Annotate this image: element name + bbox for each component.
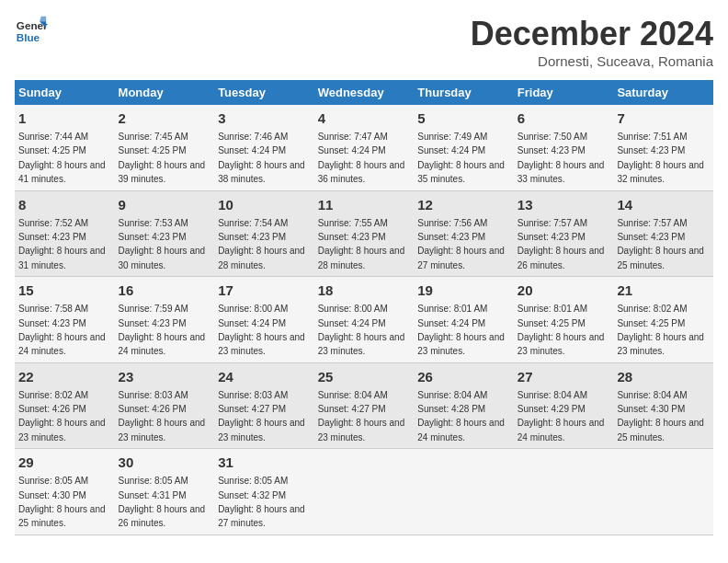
weekday-header-monday: Monday [115, 80, 215, 105]
weekday-header-sunday: Sunday [15, 80, 115, 105]
calendar-cell: 22 Sunrise: 8:02 AMSunset: 4:26 PMDaylig… [15, 362, 115, 449]
calendar-cell: 15 Sunrise: 7:58 AMSunset: 4:23 PMDaylig… [15, 277, 115, 363]
day-number: 13 [518, 195, 610, 214]
day-number: 7 [617, 109, 710, 128]
calendar-cell: 3 Sunrise: 7:46 AMSunset: 4:24 PMDayligh… [214, 105, 314, 190]
calendar-cell: 20 Sunrise: 8:01 AMSunset: 4:25 PMDaylig… [514, 277, 614, 363]
calendar-cell: 8 Sunrise: 7:52 AMSunset: 4:23 PMDayligh… [15, 190, 115, 277]
day-info: Sunrise: 8:03 AMSunset: 4:27 PMDaylight:… [218, 390, 305, 442]
calendar-cell: 29 Sunrise: 8:05 AMSunset: 4:30 PMDaylig… [15, 449, 115, 535]
day-info: Sunrise: 7:51 AMSunset: 4:23 PMDaylight:… [617, 132, 704, 184]
day-info: Sunrise: 8:04 AMSunset: 4:29 PMDaylight:… [518, 390, 605, 442]
day-info: Sunrise: 7:57 AMSunset: 4:23 PMDaylight:… [518, 218, 605, 270]
weekday-header-wednesday: Wednesday [314, 80, 415, 105]
day-number: 8 [18, 195, 111, 214]
calendar-cell: 19 Sunrise: 8:01 AMSunset: 4:24 PMDaylig… [414, 277, 514, 363]
day-info: Sunrise: 8:03 AMSunset: 4:26 PMDaylight:… [119, 390, 206, 442]
week-row-3: 15 Sunrise: 7:58 AMSunset: 4:23 PMDaylig… [15, 277, 713, 363]
day-number: 6 [518, 109, 610, 128]
day-number: 28 [617, 367, 710, 386]
day-number: 3 [218, 109, 311, 128]
calendar-cell: 1 Sunrise: 7:44 AMSunset: 4:25 PMDayligh… [15, 105, 115, 190]
day-info: Sunrise: 7:50 AMSunset: 4:23 PMDaylight:… [518, 132, 605, 184]
calendar-cell: 5 Sunrise: 7:49 AMSunset: 4:24 PMDayligh… [414, 105, 514, 190]
day-number: 12 [417, 195, 510, 214]
calendar-cell: 18 Sunrise: 8:00 AMSunset: 4:24 PMDaylig… [314, 277, 415, 363]
day-number: 23 [119, 367, 211, 386]
day-number: 31 [218, 453, 311, 472]
day-info: Sunrise: 7:44 AMSunset: 4:25 PMDaylight:… [18, 132, 106, 184]
day-number: 24 [218, 367, 311, 386]
logo: General Blue [15, 15, 48, 48]
calendar-cell: 13 Sunrise: 7:57 AMSunset: 4:23 PMDaylig… [514, 190, 614, 277]
day-number: 16 [119, 281, 211, 300]
week-row-2: 8 Sunrise: 7:52 AMSunset: 4:23 PMDayligh… [15, 190, 713, 277]
day-info: Sunrise: 8:01 AMSunset: 4:24 PMDaylight:… [417, 304, 505, 356]
day-info: Sunrise: 7:52 AMSunset: 4:23 PMDaylight:… [18, 218, 106, 270]
week-row-4: 22 Sunrise: 8:02 AMSunset: 4:26 PMDaylig… [15, 362, 713, 449]
day-info: Sunrise: 7:58 AMSunset: 4:23 PMDaylight:… [18, 304, 106, 356]
day-info: Sunrise: 7:59 AMSunset: 4:23 PMDaylight:… [119, 304, 206, 356]
day-info: Sunrise: 7:54 AMSunset: 4:23 PMDaylight:… [218, 218, 305, 270]
calendar-cell: 17 Sunrise: 8:00 AMSunset: 4:24 PMDaylig… [214, 277, 314, 363]
logo-icon: General Blue [15, 15, 48, 48]
calendar-cell: 9 Sunrise: 7:53 AMSunset: 4:23 PMDayligh… [115, 190, 215, 277]
day-number: 26 [417, 367, 510, 386]
day-info: Sunrise: 7:53 AMSunset: 4:23 PMDaylight:… [119, 218, 206, 270]
day-number: 20 [518, 281, 610, 300]
calendar-cell: 7 Sunrise: 7:51 AMSunset: 4:23 PMDayligh… [613, 105, 713, 190]
day-number: 2 [119, 109, 211, 128]
day-number: 17 [218, 281, 311, 300]
calendar-cell: 24 Sunrise: 8:03 AMSunset: 4:27 PMDaylig… [214, 362, 314, 449]
calendar-cell: 28 Sunrise: 8:04 AMSunset: 4:30 PMDaylig… [613, 362, 713, 449]
calendar-cell [613, 449, 713, 535]
calendar-cell: 30 Sunrise: 8:05 AMSunset: 4:31 PMDaylig… [115, 449, 215, 535]
weekday-header-saturday: Saturday [613, 80, 713, 105]
calendar-cell [514, 449, 614, 535]
calendar-cell: 10 Sunrise: 7:54 AMSunset: 4:23 PMDaylig… [214, 190, 314, 277]
day-number: 11 [318, 195, 411, 214]
day-number: 22 [18, 367, 111, 386]
calendar-cell: 11 Sunrise: 7:55 AMSunset: 4:23 PMDaylig… [314, 190, 415, 277]
day-info: Sunrise: 7:46 AMSunset: 4:24 PMDaylight:… [218, 132, 305, 184]
location: Dornesti, Suceava, Romania [471, 53, 713, 69]
day-info: Sunrise: 8:05 AMSunset: 4:32 PMDaylight:… [218, 476, 305, 528]
day-info: Sunrise: 8:02 AMSunset: 4:25 PMDaylight:… [617, 304, 704, 356]
day-number: 9 [119, 195, 211, 214]
day-info: Sunrise: 7:49 AMSunset: 4:24 PMDaylight:… [417, 132, 505, 184]
calendar-cell: 4 Sunrise: 7:47 AMSunset: 4:24 PMDayligh… [314, 105, 415, 190]
calendar-cell: 21 Sunrise: 8:02 AMSunset: 4:25 PMDaylig… [613, 277, 713, 363]
calendar-cell [314, 449, 415, 535]
day-info: Sunrise: 8:02 AMSunset: 4:26 PMDaylight:… [18, 390, 106, 442]
week-row-1: 1 Sunrise: 7:44 AMSunset: 4:25 PMDayligh… [15, 105, 713, 190]
day-number: 14 [617, 195, 710, 214]
page-header: General Blue December 2024 Dornesti, Suc… [15, 15, 713, 69]
day-number: 10 [218, 195, 311, 214]
calendar-cell: 6 Sunrise: 7:50 AMSunset: 4:23 PMDayligh… [514, 105, 614, 190]
calendar-cell: 14 Sunrise: 7:57 AMSunset: 4:23 PMDaylig… [613, 190, 713, 277]
calendar-cell [414, 449, 514, 535]
month-title: December 2024 [471, 15, 713, 53]
day-info: Sunrise: 8:05 AMSunset: 4:30 PMDaylight:… [18, 476, 106, 528]
calendar-cell: 12 Sunrise: 7:56 AMSunset: 4:23 PMDaylig… [414, 190, 514, 277]
calendar-cell: 26 Sunrise: 8:04 AMSunset: 4:28 PMDaylig… [414, 362, 514, 449]
calendar-cell: 31 Sunrise: 8:05 AMSunset: 4:32 PMDaylig… [214, 449, 314, 535]
day-info: Sunrise: 7:45 AMSunset: 4:25 PMDaylight:… [119, 132, 206, 184]
day-number: 4 [318, 109, 411, 128]
day-info: Sunrise: 7:47 AMSunset: 4:24 PMDaylight:… [318, 132, 405, 184]
day-number: 15 [18, 281, 111, 300]
svg-text:Blue: Blue [17, 31, 40, 43]
calendar-cell: 27 Sunrise: 8:04 AMSunset: 4:29 PMDaylig… [514, 362, 614, 449]
day-number: 29 [18, 453, 111, 472]
weekday-header-row: SundayMondayTuesdayWednesdayThursdayFrid… [15, 80, 713, 105]
calendar-cell: 25 Sunrise: 8:04 AMSunset: 4:27 PMDaylig… [314, 362, 415, 449]
calendar-cell: 2 Sunrise: 7:45 AMSunset: 4:25 PMDayligh… [115, 105, 215, 190]
day-number: 18 [318, 281, 411, 300]
day-info: Sunrise: 7:56 AMSunset: 4:23 PMDaylight:… [417, 218, 505, 270]
week-row-5: 29 Sunrise: 8:05 AMSunset: 4:30 PMDaylig… [15, 449, 713, 535]
day-number: 5 [417, 109, 510, 128]
weekday-header-tuesday: Tuesday [214, 80, 314, 105]
day-number: 21 [617, 281, 710, 300]
day-number: 27 [518, 367, 610, 386]
day-info: Sunrise: 8:04 AMSunset: 4:30 PMDaylight:… [617, 390, 704, 442]
